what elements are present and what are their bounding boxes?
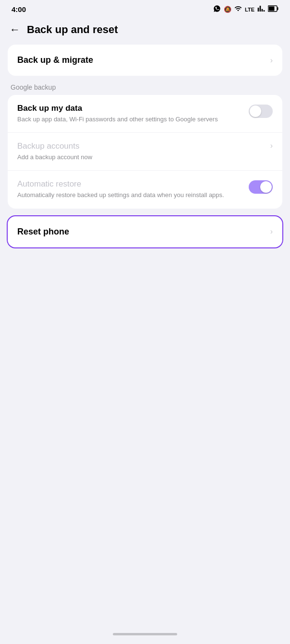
status-bar: 4:00 🔕 LTE: [0, 0, 290, 17]
header: ← Back up and reset: [0, 17, 290, 45]
backup-accounts-title: Backup accounts: [17, 141, 263, 151]
back-up-my-data-row[interactable]: Back up my data Back up app data, Wi-Fi …: [8, 95, 282, 133]
status-time: 4:00: [12, 5, 26, 13]
svg-rect-2: [269, 7, 275, 11]
reset-phone-chevron: ›: [270, 227, 273, 236]
back-up-my-data-text: Back up my data Back up app data, Wi-Fi …: [17, 104, 241, 124]
home-indicator: [113, 633, 177, 635]
backup-accounts-subtitle: Add a backup account now: [17, 153, 263, 162]
automatic-restore-subtitle: Automatically restore backed up settings…: [17, 191, 241, 199]
backup-accounts-row[interactable]: Backup accounts Add a backup account now…: [8, 133, 282, 171]
backup-migrate-item[interactable]: Back up & migrate ›: [8, 45, 282, 76]
reset-phone-card[interactable]: Reset phone ›: [8, 216, 282, 247]
wifi-icon: [234, 5, 242, 14]
google-backup-card: Back up my data Back up app data, Wi-Fi …: [8, 95, 282, 209]
automatic-restore-toggle[interactable]: [249, 180, 273, 194]
content: Back up & migrate › Google backup Back u…: [0, 45, 290, 247]
back-button[interactable]: ←: [10, 23, 20, 36]
reset-phone-label: Reset phone: [17, 227, 69, 237]
signal-alt-icon: LTE: [245, 7, 254, 12]
back-up-my-data-toggle[interactable]: [249, 105, 273, 118]
automatic-restore-row[interactable]: Automatic restore Automatically restore …: [8, 171, 282, 208]
toggle-knob-2: [260, 181, 272, 193]
automatic-restore-title: Automatic restore: [17, 179, 241, 189]
whatsapp-icon: [213, 5, 221, 14]
toggle-knob: [250, 105, 261, 117]
reset-phone-item[interactable]: Reset phone ›: [8, 216, 282, 247]
backup-accounts-chevron: ›: [270, 141, 273, 150]
back-up-my-data-subtitle: Back up app data, Wi-Fi passwords and ot…: [17, 115, 241, 124]
backup-migrate-label: Back up & migrate: [17, 55, 93, 65]
backup-migrate-card[interactable]: Back up & migrate ›: [8, 45, 282, 76]
google-backup-section-label: Google backup: [8, 83, 282, 95]
svg-rect-1: [278, 7, 278, 10]
mute-icon: 🔕: [224, 6, 231, 13]
status-icons: 🔕 LTE: [213, 5, 278, 14]
signal-bars-icon: [257, 5, 265, 14]
backup-accounts-text: Backup accounts Add a backup account now: [17, 141, 263, 162]
backup-migrate-chevron: ›: [270, 56, 273, 65]
automatic-restore-text: Automatic restore Automatically restore …: [17, 179, 241, 199]
battery-icon: [268, 5, 278, 13]
back-up-my-data-title: Back up my data: [17, 104, 241, 113]
page-title: Back up and reset: [27, 23, 118, 36]
